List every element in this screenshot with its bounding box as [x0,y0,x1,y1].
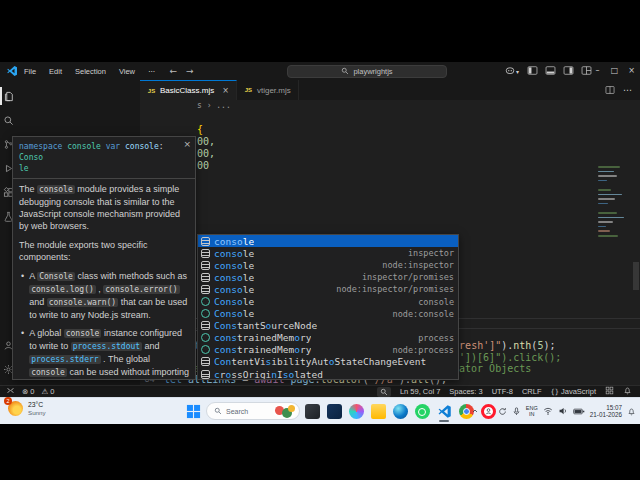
hover-title-line: le [19,163,181,174]
breadcrumb[interactable]: s › ... [197,101,231,110]
suggest-item[interactable]: ContentVisibilityAutoStateChangeEvent [198,356,458,368]
extension-status-icon[interactable] [605,386,614,397]
whatsapp-icon[interactable] [412,400,432,423]
search-value: playwrightjs [353,67,392,76]
editor-tab-bar: JSBasicClass.mjs×JSvtiger.mjs ⋯ [140,80,640,100]
nav-back-icon[interactable]: ← [170,66,178,76]
split-editor-icon[interactable] [605,81,615,99]
problems-errors[interactable]: ⊗ 0 [22,387,34,396]
code-fragment: 00 [197,160,209,171]
taskbar-search-box[interactable]: Search [206,402,300,420]
suggest-item[interactable]: consolenode:inspector/promises [198,283,458,295]
suggest-detail: node:process [393,345,454,355]
menu-file[interactable]: File [24,67,36,76]
suggest-detail: node:inspector [382,260,454,270]
suggest-item[interactable]: console [198,235,458,247]
copilot-glyph [349,404,364,419]
symbol-variable-icon [201,321,210,330]
suggest-item[interactable]: consoleinspector/promises [198,271,458,283]
suggest-widget: consoleconsoleinspectorconsolenode:inspe… [197,234,459,380]
search-placeholder: Search [226,408,269,415]
code-fragment: { [197,124,203,135]
js-file-icon: JS [244,86,253,95]
suggest-label: console [214,248,254,259]
symbol-variable-icon [201,370,210,379]
braces-icon: {} [551,388,559,396]
command-center-search[interactable]: playwrightjs [287,65,447,78]
nav-forward-icon[interactable]: → [186,66,194,76]
minimap[interactable] [597,166,631,246]
close-button[interactable]: × [623,62,640,80]
copilot-icon[interactable] [346,400,366,423]
tray-people-icon[interactable] [484,407,493,416]
layout-controls [527,65,592,78]
screencast-zoom-icon[interactable] [377,387,391,397]
notification-bell-icon[interactable] [627,407,636,416]
editor-more-actions-icon[interactable]: ⋯ [623,85,632,95]
title-bar: FileEditSelectionView⋯ ← → playwrightjs … [0,62,640,80]
suggest-item[interactable]: Consolenode:console [198,308,458,320]
vscode-icon[interactable] [434,400,454,423]
volume-icon[interactable] [558,406,568,416]
search-doodle-image [273,404,297,418]
copilot-chat-icon[interactable]: ▾ [505,66,519,76]
suggest-item[interactable]: constrainedMemoryprocess [198,332,458,344]
activity-search-icon[interactable] [0,108,16,132]
chevron-down-icon: ▾ [516,68,519,75]
menu-edit[interactable]: Edit [49,67,62,76]
cursor-position[interactable]: Ln 59, Col 7 [400,387,440,396]
store-icon[interactable] [324,400,344,423]
battery-icon[interactable] [573,407,585,416]
tray-sync-icon[interactable] [498,407,507,416]
tab-BasicClass.mjs[interactable]: JSBasicClass.mjs× [140,80,237,100]
tab-close-icon[interactable]: × [222,86,229,95]
letterbox-top [0,0,640,62]
tray-chevron-up-icon[interactable] [471,407,479,415]
hover-body: The console module provides a simple deb… [13,179,195,380]
menu-view[interactable]: View [119,67,135,76]
activity-files-icon[interactable] [0,84,16,108]
menu-more[interactable]: ⋯ [148,67,156,76]
problems-warnings[interactable]: ⚠ 0 [41,387,54,396]
start-button[interactable] [186,404,201,419]
task-view-icon[interactable] [302,400,322,423]
tray-microphone-icon[interactable] [512,407,521,416]
js-file-icon: JS [147,86,156,95]
suggest-item[interactable]: ConstantSourceNode [198,320,458,332]
indentation[interactable]: Spaces: 3 [449,387,482,396]
suggest-item[interactable]: consoleinspector [198,247,458,259]
search-icon [214,407,222,415]
hover-title-line: namespace console var console: Conso [19,141,181,163]
remote-indicator-icon[interactable] [6,386,15,397]
minimize-button[interactable]: – [589,62,606,80]
notifications-bell-icon[interactable] [623,386,632,397]
tab-vtiger.mjs[interactable]: JSvtiger.mjs [237,80,299,100]
hover-close-icon[interactable]: × [183,139,191,150]
language-indicator[interactable]: ENG IN [526,405,538,417]
whatsapp-glyph [415,404,430,419]
file-explorer-icon[interactable] [368,400,388,423]
suggest-item[interactable]: constrainedMemorynode:process [198,344,458,356]
notification-badge: 2 [4,397,12,405]
vscode-logo-icon [6,65,18,77]
store-glyph [327,404,342,419]
editor-scrollbar[interactable] [633,262,639,290]
weather-temp: 23°C [28,401,46,409]
toggle-panel-icon[interactable] [545,65,556,78]
maximize-button[interactable]: □ [606,62,623,80]
toggle-sidebar-icon[interactable] [527,65,538,78]
suggest-item[interactable]: consolenode:inspector [198,259,458,271]
toggle-secondary-sidebar-icon[interactable] [563,65,574,78]
edge-icon[interactable] [390,400,410,423]
doc-paragraph: The module exports two specific componen… [19,239,189,263]
eol-sequence[interactable]: CRLF [522,387,542,396]
encoding[interactable]: UTF-8 [492,387,513,396]
suggest-item[interactable]: crossOriginIsolated [198,368,458,380]
suggest-item[interactable]: Consoleconsole [198,295,458,307]
weather-widget[interactable]: 2 23°C Sunny [8,401,46,416]
language-mode[interactable]: {} JavaScript [551,387,596,396]
vscode-window: FileEditSelectionView⋯ ← → playwrightjs … [0,62,640,397]
wifi-icon[interactable] [543,406,553,416]
clock[interactable]: 15:07 21-01-2026 [590,404,622,419]
menu-selection[interactable]: Selection [75,67,106,76]
